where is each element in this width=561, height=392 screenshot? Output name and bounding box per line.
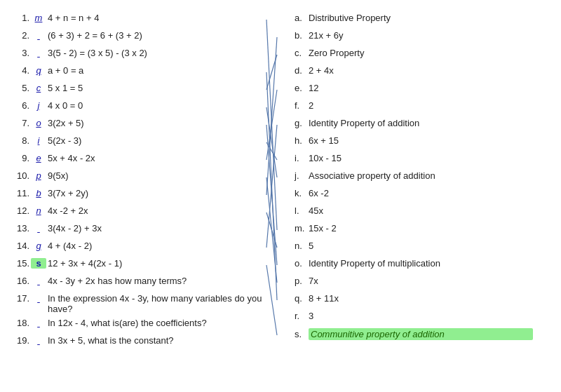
row-b-text: 3: [309, 311, 533, 321]
col-a-row-4: 4.qa + 0 = a: [13, 65, 273, 79]
row-b-text: Distributive Property: [309, 13, 533, 23]
row-b-label: p.: [295, 276, 309, 286]
row-b-text: Communitive property of addition: [309, 328, 533, 340]
row-number: 1.: [13, 13, 29, 23]
row-answer: [31, 223, 46, 234]
col-a-row-10: 10.p9(5x): [13, 170, 273, 184]
row-b-label: d.: [295, 65, 309, 76]
row-b-text: Associative property of addition: [309, 170, 533, 181]
col-b-row-13: m.15x - 2: [295, 223, 533, 237]
row-number: 15.: [13, 258, 29, 269]
row-expression: 3(2x + 5): [48, 118, 273, 128]
row-expression: 3(5 - 2) = (3 x 5) - (3 x 2): [48, 48, 273, 58]
row-answer: [31, 276, 46, 286]
row-expression: a + 0 = a: [48, 65, 273, 76]
row-number: 12.: [13, 205, 29, 216]
col-a-row-18: 18. In 12x - 4, what is(are) the coeffic…: [13, 318, 273, 332]
row-expression: 12 + 3x + 4(2x - 1): [48, 258, 273, 269]
row-b-label: b.: [295, 30, 309, 41]
row-b-label: f.: [295, 100, 309, 111]
row-b-text: 8 + 11x: [309, 293, 533, 304]
col-a-row-7: 7.o3(2x + 5): [13, 118, 273, 132]
col-b-row-18: r.3: [295, 311, 533, 325]
row-b-text: Zero Property: [309, 48, 533, 58]
row-answer: i: [31, 135, 46, 146]
row-number: 17.: [13, 293, 29, 304]
col-b-row-16: p.7x: [295, 276, 533, 290]
col-a-row-16: 16. 4x - 3y + 2x has how many terms?: [13, 276, 273, 290]
col-a-row-6: 6.j4 x 0 = 0: [13, 100, 273, 114]
row-b-text: 7x: [309, 276, 533, 286]
row-b-text: 15x - 2: [309, 223, 533, 234]
row-answer: g: [31, 241, 46, 251]
col-a-row-11: 11.b3(7x + 2y): [13, 188, 273, 202]
col-a-row-12: 12.n4x -2 + 2x: [13, 205, 273, 219]
row-answer: q: [31, 65, 46, 76]
row-number: 9.: [13, 153, 29, 163]
row-number: 7.: [13, 118, 29, 128]
col-b-row-10: j.Associative property of addition: [295, 170, 533, 184]
row-number: 4.: [13, 65, 29, 76]
col-b-row-9: i.10x - 15: [295, 153, 533, 167]
row-b-label: o.: [295, 258, 309, 269]
column-b: a.Distributive Propertyb.21x + 6yc.Zero …: [273, 7, 533, 385]
row-b-label: g.: [295, 118, 309, 128]
row-b-label: i.: [295, 153, 309, 163]
row-number: 10.: [13, 170, 29, 181]
row-expression: In the expression 4x - 3y, how many vari…: [48, 293, 273, 314]
row-answer: m: [31, 13, 46, 23]
col-a-row-2: 2. (6 + 3) + 2 = 6 + (3 + 2): [13, 30, 273, 44]
row-b-text: 10x - 15: [309, 153, 533, 163]
col-b-row-3: c.Zero Property: [295, 48, 533, 62]
col-a-row-8: 8.i5(2x - 3): [13, 135, 273, 149]
col-b-row-8: h.6x + 15: [295, 135, 533, 149]
row-number: 18.: [13, 318, 29, 328]
row-number: 11.: [13, 188, 29, 198]
col-b-row-1: a.Distributive Property: [295, 13, 533, 27]
row-answer: c: [31, 83, 46, 93]
row-expression: 9(5x): [48, 170, 273, 181]
col-b-row-11: k.6x -2: [295, 188, 533, 202]
col-b-row-6: f.2: [295, 100, 533, 114]
col-a-row-5: 5.c5 x 1 = 5: [13, 83, 273, 97]
row-expression: (6 + 3) + 2 = 6 + (3 + 2): [48, 30, 273, 41]
row-answer: p: [31, 170, 46, 181]
col-b-row-12: l.45x: [295, 205, 533, 219]
row-answer: b: [31, 188, 46, 198]
col-a-row-3: 3. 3(5 - 2) = (3 x 5) - (3 x 2): [13, 48, 273, 62]
col-b-row-2: b.21x + 6y: [295, 30, 533, 44]
row-expression: In 3x + 5, what is the constant?: [48, 335, 273, 346]
row-expression: In 12x - 4, what is(are) the coefficient…: [48, 318, 273, 328]
row-b-label: c.: [295, 48, 309, 58]
row-answer: [31, 335, 46, 346]
row-answer: n: [31, 205, 46, 216]
row-expression: 4 + (4x - 2): [48, 241, 273, 251]
row-b-text: 5: [309, 241, 533, 251]
col-a-row-9: 9.e5x + 4x - 2x: [13, 153, 273, 167]
col-a-rows: 1.m4 + n = n + 42. (6 + 3) + 2 = 6 + (3 …: [13, 13, 273, 349]
row-b-text: 6x -2: [309, 188, 533, 198]
row-b-text: Identity Property of addition: [309, 118, 533, 128]
row-b-label: m.: [295, 223, 309, 234]
row-answer: [31, 30, 46, 41]
column-a: 1.m4 + n = n + 42. (6 + 3) + 2 = 6 + (3 …: [0, 7, 273, 385]
row-expression: 5x + 4x - 2x: [48, 153, 273, 163]
row-number: 14.: [13, 241, 29, 251]
row-answer: [31, 293, 46, 304]
row-number: 2.: [13, 30, 29, 41]
row-number: 3.: [13, 48, 29, 58]
col-a-row-14: 14.g4 + (4x - 2): [13, 241, 273, 255]
row-b-text: 6x + 15: [309, 135, 533, 146]
col-a-row-13: 13. 3(4x - 2) + 3x: [13, 223, 273, 237]
row-b-text: 45x: [309, 205, 533, 216]
row-b-label: r.: [295, 311, 309, 321]
row-expression: 3(4x - 2) + 3x: [48, 223, 273, 234]
row-b-text: Identity Property of multiplication: [309, 258, 533, 269]
row-b-label: j.: [295, 170, 309, 181]
row-b-label: e.: [295, 83, 309, 93]
row-number: 19.: [13, 335, 29, 346]
row-b-label: h.: [295, 135, 309, 146]
col-a-row-1: 1.m4 + n = n + 4: [13, 13, 273, 27]
row-expression: 5(2x - 3): [48, 135, 273, 146]
row-b-label: a.: [295, 13, 309, 23]
